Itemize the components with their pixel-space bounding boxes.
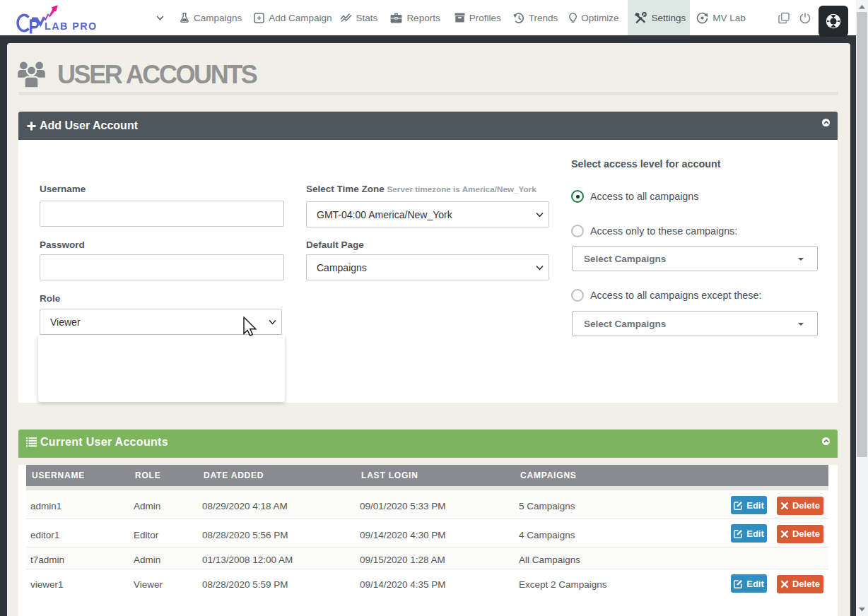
svg-text:LAB PRO: LAB PRO xyxy=(45,20,98,32)
